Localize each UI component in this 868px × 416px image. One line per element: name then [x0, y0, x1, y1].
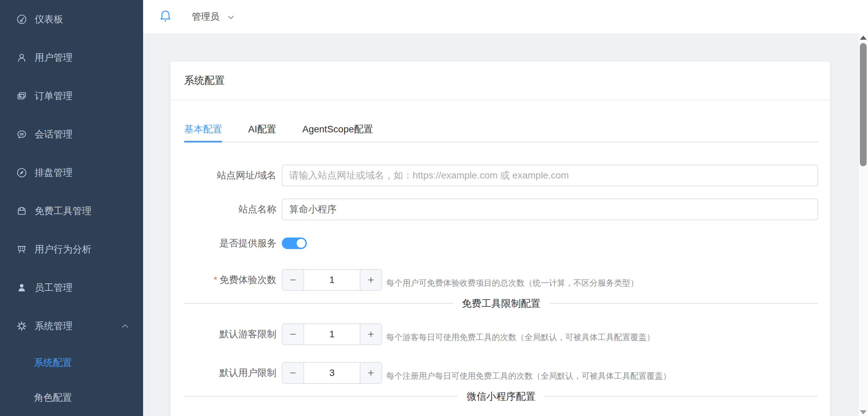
sidebar-item-label: 系统管理: [35, 320, 73, 333]
decrease-button[interactable]: [282, 324, 304, 344]
sidebar-item-system[interactable]: 系统管理: [0, 307, 143, 345]
field-hint: 每个游客每日可使用免费工具的次数（全局默认，可被具体工具配置覆盖）: [386, 332, 655, 343]
card-body: 基本配置 AI配置 AgentScope配置 站点网址/域名 站点名称: [171, 117, 830, 397]
tab-label: AI配置: [248, 123, 276, 136]
user-limit-value[interactable]: [304, 363, 360, 383]
tab-basic-config[interactable]: 基本配置: [184, 117, 222, 141]
sidebar-subitem-role-config[interactable]: 角色配置: [0, 380, 143, 415]
guest-limit-label: 默认游客限制: [184, 328, 282, 341]
sidebar-item-free-tools[interactable]: 免费工具管理: [0, 192, 143, 230]
basic-config-form: 站点网址/域名 站点名称 是否提供服务 *免费体验次数: [184, 143, 818, 397]
decrease-button[interactable]: [282, 363, 304, 383]
increase-button[interactable]: [360, 363, 381, 383]
chevron-down-icon: [226, 13, 236, 22]
chevron-up-icon: [121, 322, 130, 330]
sidebar-subitem-label: 系统配置: [34, 356, 72, 369]
sidebar-item-label: 仪表板: [35, 13, 63, 26]
section-divider-wechat: 微信小程序配置: [184, 396, 818, 397]
page-title: 系统配置: [184, 74, 225, 88]
gear-icon: [16, 321, 27, 332]
minus-icon: [289, 276, 297, 284]
site-url-input[interactable]: [282, 165, 818, 186]
vertical-scrollbar[interactable]: [859, 33, 868, 416]
tab-label: AgentScope配置: [302, 123, 373, 136]
form-row-free-trials: *免费体验次数 每个用户可免费体验收费项目的总次数（统一计算，不区分服务类型）: [184, 269, 818, 291]
user-limit-label: 默认用户限制: [184, 366, 282, 379]
sidebar-menu: 仪表板 用户管理 订单管理: [0, 0, 143, 415]
sidebar-subitem-system-config[interactable]: 系统配置: [0, 345, 143, 380]
plus-icon: [367, 368, 375, 377]
user-icon: [16, 52, 27, 63]
sidebar-item-label: 免费工具管理: [35, 205, 92, 218]
tab-agentscope-config[interactable]: AgentScope配置: [302, 117, 373, 141]
increase-button[interactable]: [360, 324, 381, 344]
sidebar-item-label: 会话管理: [35, 128, 73, 141]
form-row-user-limit: 默认用户限制 每个注册用户每日可使用免费工具的次数（全局默认，可被具体工具配置覆…: [184, 362, 818, 384]
form-row-site-url: 站点网址/域名: [184, 165, 818, 186]
sidebar-subitem-label: 角色配置: [34, 391, 72, 404]
orders-icon: [16, 91, 27, 101]
sidebar-item-label: 用户管理: [35, 51, 73, 64]
free-trials-stepper: [282, 269, 382, 291]
free-trials-label: *免费体验次数: [184, 273, 282, 286]
sidebar-item-staff[interactable]: 员工管理: [0, 268, 143, 307]
form-row-site-name: 站点名称: [184, 198, 818, 220]
toolbox-icon: [16, 206, 27, 216]
user-menu-label: 管理员: [192, 11, 219, 23]
section-title: 免费工具限制配置: [453, 297, 549, 310]
site-url-label: 站点网址/域名: [184, 169, 282, 182]
scroll-down-arrow-icon[interactable]: [860, 410, 867, 414]
site-name-label: 站点名称: [184, 203, 282, 216]
form-row-service-switch: 是否提供服务: [184, 232, 818, 254]
sidebar-item-label: 订单管理: [35, 90, 73, 102]
minus-icon: [289, 368, 297, 377]
sidebar-item-dashboard[interactable]: 仪表板: [0, 0, 143, 38]
sidebar-item-label: 排盘管理: [35, 166, 73, 179]
card-header: 系统配置: [171, 61, 830, 100]
tab-label: 基本配置: [184, 123, 222, 136]
sidebar-item-label: 用户行为分析: [35, 243, 92, 256]
section-divider-free-tools: 免费工具限制配置: [184, 303, 818, 304]
sidebar-item-orders[interactable]: 订单管理: [0, 77, 143, 115]
sidebar-item-users[interactable]: 用户管理: [0, 38, 143, 77]
sidebar-item-charts[interactable]: 排盘管理: [0, 153, 143, 192]
sidebar-item-behavior-analytics[interactable]: 用户行为分析: [0, 230, 143, 268]
site-name-input[interactable]: [282, 198, 818, 220]
section-title: 微信小程序配置: [458, 390, 545, 403]
scroll-up-arrow-icon[interactable]: [860, 36, 867, 40]
plus-icon: [367, 330, 375, 339]
sidebar-item-sessions[interactable]: 会话管理: [0, 115, 143, 153]
tab-bar: 基本配置 AI配置 AgentScope配置: [184, 117, 818, 143]
scrollbar-thumb[interactable]: [860, 43, 867, 166]
service-toggle[interactable]: [282, 238, 307, 249]
sidebar: 仪表板 用户管理 订单管理: [0, 0, 143, 416]
chat-icon: [16, 129, 27, 140]
user-limit-stepper: [282, 362, 382, 384]
user-menu[interactable]: 管理员: [192, 11, 236, 23]
form-row-guest-limit: 默认游客限制 每个游客每日可使用免费工具的次数（全局默认，可被具体工具配置覆盖）: [184, 323, 818, 345]
field-hint: 每个用户可免费体验收费项目的总次数（统一计算，不区分服务类型）: [386, 278, 638, 288]
toggle-knob: [297, 239, 305, 248]
guest-limit-stepper: [282, 323, 382, 345]
increase-button[interactable]: [360, 270, 381, 290]
notifications-button[interactable]: [159, 8, 172, 25]
required-mark: *: [214, 275, 217, 285]
main-content: 系统配置 基本配置 AI配置 AgentScope配置 站点网址/域名: [143, 33, 859, 416]
field-hint: 每个注册用户每日可使用免费工具的次数（全局默认，可被具体工具配置覆盖）: [386, 371, 671, 381]
bell-icon: [159, 8, 172, 25]
tab-ai-config[interactable]: AI配置: [248, 117, 276, 141]
free-trials-value[interactable]: [304, 270, 360, 290]
decrease-button[interactable]: [282, 270, 304, 290]
guest-limit-value[interactable]: [304, 324, 360, 344]
dashboard-icon: [16, 14, 27, 25]
service-switch-label: 是否提供服务: [184, 237, 282, 250]
plus-icon: [367, 276, 375, 284]
employee-icon: [16, 282, 27, 293]
sidebar-item-label: 员工管理: [35, 281, 73, 294]
system-config-card: 系统配置 基本配置 AI配置 AgentScope配置 站点网址/域名: [171, 61, 830, 416]
minus-icon: [289, 330, 297, 339]
analytics-board-icon: [16, 244, 27, 255]
topbar: 管理员: [143, 0, 868, 33]
compass-icon: [16, 167, 27, 178]
